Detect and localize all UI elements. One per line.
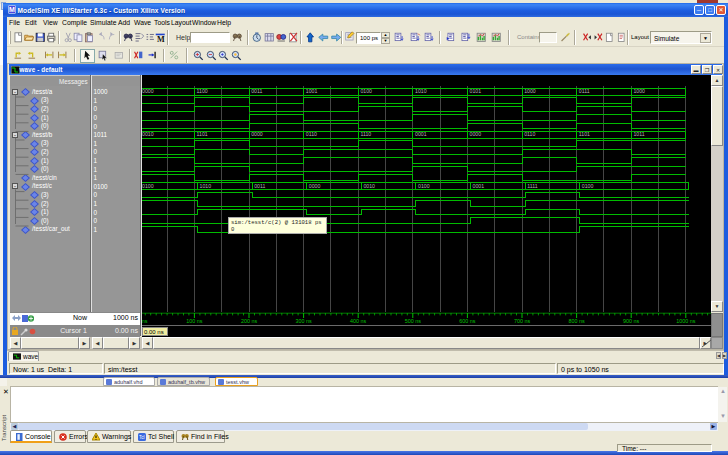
svg-text:0100: 0100: [418, 183, 430, 189]
svg-text:0010: 0010: [142, 131, 154, 137]
svg-text:0000: 0000: [251, 131, 263, 137]
svg-text:1000 ns: 1000 ns: [676, 318, 695, 324]
svg-text:100 ns: 100 ns: [186, 318, 202, 324]
svg-text:0101: 0101: [470, 88, 482, 94]
svg-text:1000: 1000: [633, 88, 645, 94]
svg-text:1010: 1010: [200, 183, 212, 189]
svg-text:0100: 0100: [582, 183, 594, 189]
svg-text:1011: 1011: [633, 131, 644, 137]
svg-text:0100: 0100: [142, 183, 154, 189]
svg-text:M: M: [157, 35, 165, 44]
svg-text:ns: ns: [142, 318, 148, 324]
svg-text:800 ns: 800 ns: [569, 318, 585, 324]
svg-text:0011: 0011: [254, 183, 265, 189]
svg-text:1000: 1000: [524, 88, 536, 94]
svg-text:1100: 1100: [197, 88, 208, 94]
svg-text:0000: 0000: [470, 131, 482, 137]
svg-text:200 ns: 200 ns: [241, 318, 257, 324]
svg-text:0001: 0001: [473, 183, 485, 189]
svg-text:Tcl: Tcl: [139, 435, 145, 440]
svg-text:1110: 1110: [360, 131, 371, 137]
svg-text:1010: 1010: [415, 88, 427, 94]
svg-text:1111: 1111: [527, 183, 537, 189]
svg-text:900 ns: 900 ns: [623, 318, 639, 324]
svg-text:1101: 1101: [197, 131, 208, 137]
svg-text:1001: 1001: [306, 88, 318, 94]
svg-text:1101: 1101: [579, 131, 590, 137]
svg-text:300 ns: 300 ns: [296, 318, 312, 324]
svg-text:0111: 0111: [579, 88, 590, 94]
svg-text:0000: 0000: [142, 88, 154, 94]
svg-text:400 ns: 400 ns: [350, 318, 366, 324]
svg-text:0110: 0110: [306, 131, 317, 137]
svg-text:0011: 0011: [251, 88, 262, 94]
svg-text:500 ns: 500 ns: [405, 318, 421, 324]
svg-text:600 ns: 600 ns: [459, 318, 475, 324]
svg-text:0100: 0100: [360, 88, 372, 94]
svg-text:0001: 0001: [415, 131, 427, 137]
svg-text:0010: 0010: [363, 183, 375, 189]
svg-text:0000: 0000: [309, 183, 321, 189]
svg-text:700 ns: 700 ns: [514, 318, 530, 324]
svg-text:0110: 0110: [524, 131, 535, 137]
